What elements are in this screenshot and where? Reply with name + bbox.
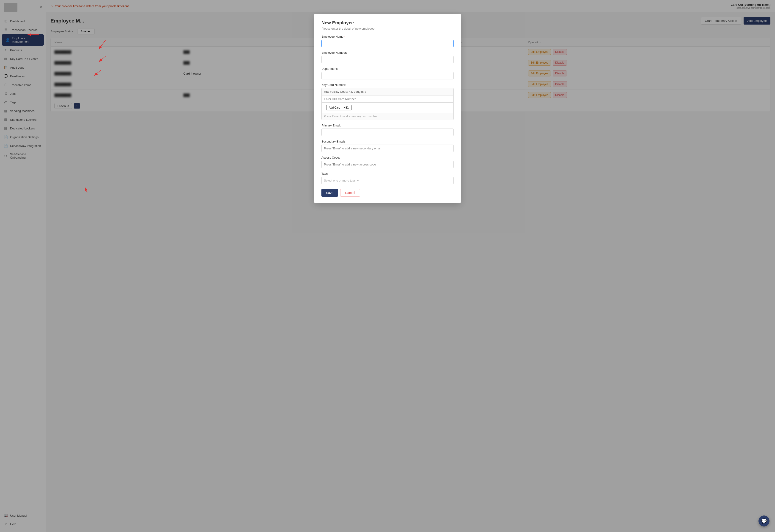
hid-card-number-input[interactable] [324,97,451,101]
employee-name-input[interactable] [321,40,454,47]
employee-number-input[interactable] [321,56,454,63]
access-code-label: Access Code: [321,156,454,159]
department-label: Department: [321,67,454,70]
modal-footer: Save Cancel [321,189,454,197]
secondary-emails-label: Secondary Emails: [321,140,454,143]
key-card-group: Key Card Number: HID Facility Code: 43, … [321,83,454,120]
secondary-emails-input[interactable] [321,144,454,152]
cancel-button[interactable]: Cancel [340,189,360,197]
department-group: Department: [321,67,454,79]
add-card-hid-button[interactable]: Add Card – HID: [326,105,351,110]
keycard-input-area [322,95,453,103]
primary-email-group: Primary Email: [321,124,454,136]
modal-subtitle: Please enter the detail of new employee [321,27,454,30]
modal-overlay: New Employee Please enter the detail of … [0,0,775,532]
keycard-facility-text: HID Facility Code: 43, Length: 8 [322,88,453,95]
primary-email-input[interactable] [321,128,454,136]
chat-icon: 💬 [761,518,767,524]
department-input[interactable] [321,72,454,79]
tags-group: Tags: Select one or more tags ▼ [321,172,454,184]
chat-button[interactable]: 💬 [758,515,769,526]
keycard-hint-text: Press 'Enter' to add a new key card numb… [322,113,453,120]
secondary-emails-group: Secondary Emails: [321,140,454,152]
keycard-box: HID Facility Code: 43, Length: 8 Add Car… [321,88,454,120]
tags-select[interactable]: Select one or more tags ▼ [321,177,454,184]
new-employee-modal: New Employee Please enter the detail of … [314,14,461,203]
modal-title: New Employee [321,20,454,25]
access-code-group: Access Code: [321,156,454,168]
save-button[interactable]: Save [321,189,338,197]
employee-number-label: Employee Number: [321,51,454,54]
primary-email-label: Primary Email: [321,124,454,127]
employee-number-group: Employee Number: [321,51,454,63]
tags-placeholder: Select one or more tags ▼ [324,179,359,182]
required-asterisk: * [344,35,345,38]
access-code-input[interactable] [321,161,454,168]
key-card-label: Key Card Number: [321,83,454,86]
employee-name-label: Employee Name:* [321,35,454,38]
employee-name-group: Employee Name:* [321,35,454,47]
tags-label: Tags: [321,172,454,175]
